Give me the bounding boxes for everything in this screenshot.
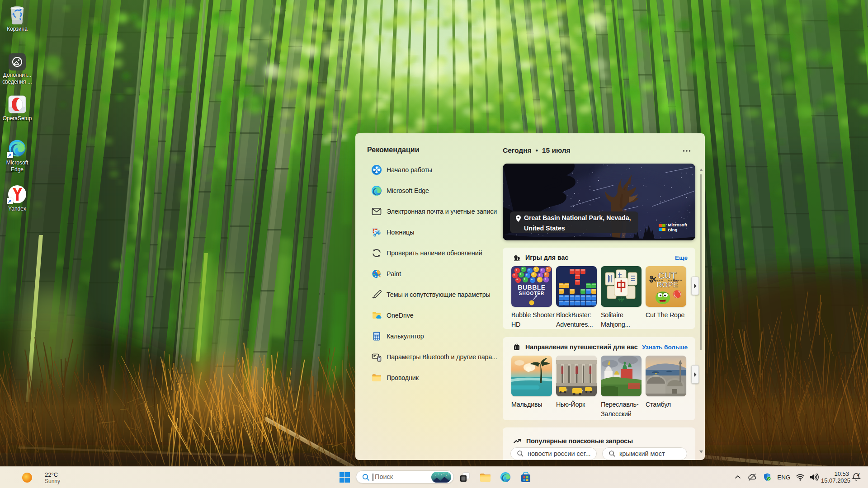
- svg-text:BUBBLE: BUBBLE: [518, 284, 545, 291]
- svg-text:z: z: [859, 472, 860, 475]
- svg-text:SHOOTER: SHOOTER: [519, 291, 544, 296]
